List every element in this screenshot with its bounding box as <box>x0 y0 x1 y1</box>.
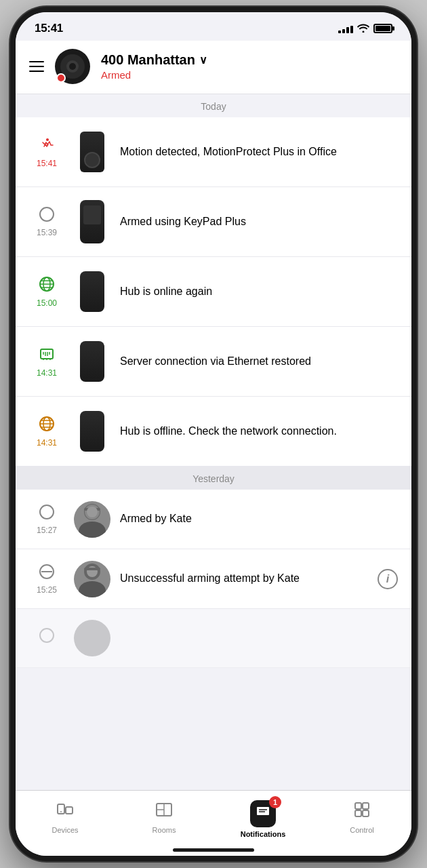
notif-time-6: 15:27 <box>37 526 57 535</box>
signal-icon <box>338 24 353 33</box>
device-thumbnail-3 <box>74 268 110 315</box>
header-location[interactable]: 400 Manhattan ∨ <box>101 52 207 68</box>
svg-point-30 <box>79 581 106 597</box>
device-thumbnail-5 <box>74 408 110 455</box>
device-thumbnail-2 <box>74 198 110 245</box>
devices-icon <box>56 800 75 823</box>
status-bar: 15:41 <box>16 12 411 41</box>
notification-item[interactable]: 15:39 Armed using KeyPad Plus <box>16 187 411 257</box>
bottom-nav: Devices Rooms <box>16 790 411 856</box>
notification-item[interactable]: 15:27 Armed by Kate <box>16 490 411 549</box>
notif-time-4: 14:31 <box>37 368 57 378</box>
notif-text-2: Armed using KeyPad Plus <box>120 214 398 229</box>
notif-text-7: Unsuccessful arming attempt by Kate <box>120 571 368 586</box>
notif-time-2: 15:39 <box>37 228 57 237</box>
notif-time-7: 15:25 <box>37 585 57 595</box>
battery-icon <box>373 24 392 33</box>
devices-label: Devices <box>52 826 78 834</box>
header-title-group: 400 Manhattan ∨ Armed <box>101 52 207 81</box>
svg-point-21 <box>40 505 54 519</box>
notif-time-5: 14:31 <box>37 438 57 448</box>
ethernet-icon <box>38 345 56 366</box>
svg-rect-8 <box>41 349 53 359</box>
armed-icon <box>39 206 55 225</box>
control-label: Control <box>350 826 373 834</box>
notification-item[interactable]: 15:25 Unsuccessful arming attempt by Kat… <box>16 549 411 609</box>
notif-text-1: Motion detected, MotionProtect Plus in O… <box>120 144 398 159</box>
motion-icon <box>38 136 56 156</box>
hub-status-dot <box>56 73 66 83</box>
phone-frame: 15:41 <box>10 7 417 861</box>
notification-item[interactable]: 14:31 Hub is offline. Check the network … <box>16 397 411 467</box>
svg-rect-32 <box>84 568 100 570</box>
nav-item-devices[interactable]: Devices <box>16 796 115 842</box>
notification-list: Today 15:41 Motion detected, MotionProte… <box>16 94 411 790</box>
notif-text-6: Armed by Kate <box>120 511 398 526</box>
notifications-badge: 1 <box>269 796 281 808</box>
svg-rect-34 <box>58 804 64 814</box>
header-armed-status: Armed <box>101 69 207 81</box>
device-thumbnail-1 <box>74 128 110 176</box>
svg-rect-40 <box>257 807 269 815</box>
notification-item[interactable]: 14:31 Server connection via Ethernet res… <box>16 327 411 397</box>
notif-time-1: 15:41 <box>37 159 57 168</box>
svg-rect-43 <box>355 803 361 809</box>
svg-point-26 <box>87 507 98 517</box>
notif-text-5: Hub is offline. Check the network connec… <box>120 424 398 439</box>
notif-text-4: Server connection via Ethernet restored <box>120 354 398 369</box>
rooms-label: Rooms <box>152 826 176 834</box>
notif-time-3: 15:00 <box>37 298 57 308</box>
svg-point-1 <box>69 63 76 70</box>
globe-green-icon <box>38 275 56 296</box>
menu-button[interactable] <box>29 61 44 72</box>
nav-item-control[interactable]: Control <box>312 796 411 842</box>
header: 400 Manhattan ∨ Armed <box>16 41 411 94</box>
user-avatar-kate-2 <box>74 561 110 597</box>
nav-item-notifications[interactable]: 1 Notifications <box>214 796 312 842</box>
svg-rect-45 <box>355 810 361 816</box>
armed-circle-icon <box>39 504 55 523</box>
status-time: 15:41 <box>35 22 63 35</box>
notification-item[interactable]: 15:41 Motion detected, MotionProtect Plu… <box>16 117 411 187</box>
status-icons <box>338 23 392 35</box>
blocked-icon <box>39 564 55 583</box>
nav-item-rooms[interactable]: Rooms <box>115 796 214 842</box>
circle-icon-partial <box>39 627 55 646</box>
svg-point-23 <box>79 521 106 538</box>
notification-item[interactable]: 15:00 Hub is online again <box>16 257 411 327</box>
notif-text-3: Hub is online again <box>120 284 398 299</box>
yesterday-section-header: Yesterday <box>16 467 411 490</box>
svg-point-33 <box>40 629 54 642</box>
hub-avatar <box>55 49 90 84</box>
notifications-label: Notifications <box>241 830 286 838</box>
globe-amber-icon <box>38 415 56 435</box>
device-thumbnail-4 <box>74 338 110 385</box>
wifi-icon <box>357 23 369 35</box>
svg-rect-35 <box>66 807 73 814</box>
control-icon <box>352 800 371 823</box>
user-avatar-kate <box>74 501 110 538</box>
info-button[interactable]: i <box>378 569 398 589</box>
home-indicator <box>173 848 254 852</box>
svg-rect-46 <box>363 810 369 816</box>
notification-item-partial[interactable] <box>16 609 411 668</box>
svg-point-2 <box>40 208 54 221</box>
today-section-header: Today <box>16 94 411 117</box>
location-chevron-icon: ∨ <box>199 54 207 66</box>
avatar-partial <box>74 620 110 656</box>
notifications-icon <box>256 804 270 823</box>
svg-rect-44 <box>363 803 369 809</box>
rooms-icon <box>155 800 174 823</box>
